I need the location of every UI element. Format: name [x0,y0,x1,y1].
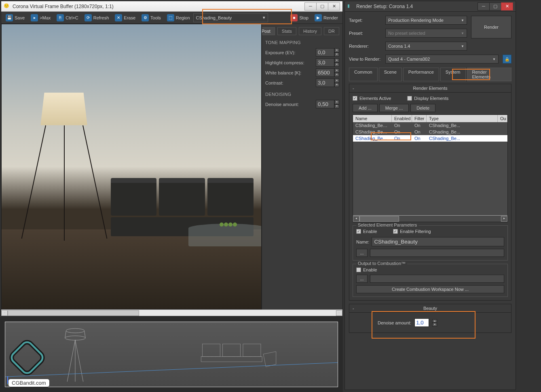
tab-history[interactable]: History [299,27,321,35]
contrast-spinner[interactable]: ▲▼ [316,78,339,87]
beauty-denoise-label: Denoise amount: [378,320,411,325]
elements-table[interactable]: Name Enabled Filter Type Ou CShading_Bea… [353,114,508,222]
refresh-icon: ⟳ [85,14,92,21]
render-button[interactable]: ▶Render [312,13,341,23]
tab-post[interactable]: Post [262,27,275,35]
chevron-down-icon: ▼ [461,44,464,48]
table-hscroll[interactable]: ◂▸ [353,215,507,222]
wb-label: White balance [K]: [265,70,313,75]
display-elements-check[interactable]: Display Elements [407,96,448,101]
vfb-side-panel: Post Stats History DR TONE MAPPING Expos… [262,24,342,309]
col-name[interactable]: Name [353,115,392,122]
denoising-title: DENOISING [265,92,339,97]
lock-icon: 🔒 [505,57,509,61]
wb-spinner[interactable]: ▲▼ [316,68,339,77]
rs-titlebar[interactable]: ▮ Render Setup: Corona 1.4 ─ ▢ ✕ [345,1,516,12]
highlight-spinner[interactable]: ▲▼ [316,58,339,67]
close-button[interactable]: ✕ [328,2,340,11]
target-dropdown[interactable]: Production Rendering Mode▼ [385,16,467,25]
vfb-toolbar: 💾Save ▸>Max ⎘Ctrl+C ⟳Refresh ✕Erase ⚙Too… [1,12,342,24]
chevron-down-icon: ▼ [492,57,496,61]
erase-button[interactable]: ✕Erase [112,13,138,23]
beauty-spinner[interactable]: ▲▼ [432,319,437,326]
close-button[interactable]: ✕ [501,2,513,11]
tab-scene[interactable]: Scene [379,68,402,81]
tab-render-elements[interactable]: Render Elements [467,68,512,81]
stop-icon: ■ [290,14,298,21]
table-row[interactable]: CShading_BeautyOnOnCShading_Be... [353,135,507,142]
combustion-enable-check[interactable]: Enable [356,267,504,272]
view-dropdown[interactable]: Quad 4 - Camera002▼ [385,55,499,64]
tab-performance[interactable]: Performance [403,68,439,81]
beauty-denoise-input[interactable] [414,318,429,327]
col-type[interactable]: Type [427,115,498,122]
combustion-path-input[interactable] [370,275,504,283]
logo-text: CGBandit.com [8,379,50,387]
element-name-input[interactable] [372,237,504,246]
tab-system[interactable]: System [440,68,466,81]
chevron-down-icon: ▾ [263,15,265,20]
exposure-label: Exposure (EV): [265,50,313,55]
col-enabled[interactable]: Enabled [392,115,412,122]
minimize-button[interactable]: ─ [304,2,317,11]
exposure-spinner[interactable]: ▲▼ [316,48,339,57]
refresh-button[interactable]: ⟳Refresh [82,13,112,23]
tools-button[interactable]: ⚙Tools [139,13,164,23]
enable-filter-check[interactable]: ✓Enable Filtering [393,229,431,234]
rollout-beauty[interactable]: -Beauty [349,304,511,313]
denoise-spinner[interactable]: ▲▼ [316,100,339,108]
preset-label: Preset: [349,31,381,36]
enable-check[interactable]: ✓Enable [356,229,377,234]
view-label: View to Render: [349,57,381,61]
maximize-button[interactable]: ▢ [316,2,328,11]
element-dropdown[interactable]: CShading_Beauty▾ [193,13,268,22]
render-viewport[interactable] [1,24,262,309]
erase-icon: ✕ [115,14,122,21]
tools-icon: ⚙ [142,14,149,21]
delete-button[interactable]: Delete [410,104,435,112]
tab-common[interactable]: Common [349,68,378,81]
stop-button[interactable]: ■Stop [287,13,311,23]
ctrlc-button[interactable]: ⎘Ctrl+C [54,13,81,23]
col-filter[interactable]: Filter [412,115,427,122]
create-combustion-button[interactable]: Create Combustion Workspace Now ... [356,285,504,293]
region-icon: ⬚ [167,14,174,21]
chevron-down-icon: ▼ [461,32,464,35]
vfb-hscroll[interactable]: ◂▸ [1,309,342,316]
browse-button[interactable]: ... [356,249,368,257]
rollout-render-elements[interactable]: -Render Elements [349,84,511,93]
renderer-dropdown[interactable]: Corona 1.4▼ [385,42,467,51]
rs-render-button[interactable]: Render [471,16,511,38]
max-icon: ▸ [31,14,38,21]
cgbandit-logo: CGBandit.com [5,335,66,387]
renderer-label: Renderer: [349,44,381,49]
collapse-icon: - [353,306,354,311]
save-icon: 💾 [6,14,13,21]
lock-button[interactable]: 🔒 [503,55,511,64]
region-button[interactable]: ⬚Region [164,13,193,23]
perspective-viewport[interactable]: CGBandit.com [0,317,343,392]
vfb-title: Corona Virtual Frame Buffer (1280x720px,… [13,4,305,9]
svg-rect-15 [9,340,44,375]
minimize-button[interactable]: ─ [478,2,490,11]
denoise-label: Denoise amount: [265,102,313,107]
tomax-button[interactable]: ▸>Max [28,13,53,23]
add-button[interactable]: Add ... [353,104,378,112]
svg-rect-16 [9,340,44,375]
table-row[interactable]: CShading_BeautyOnOnCShading_Be... [353,122,507,129]
save-button[interactable]: 💾Save [3,13,27,23]
merge-button[interactable]: Merge ... [379,104,409,112]
elements-active-check[interactable]: ✓Elements Active [353,96,391,101]
tab-dr[interactable]: DR [324,27,339,35]
path-input[interactable] [370,249,504,257]
vfb-titlebar[interactable]: 🙂 Corona Virtual Frame Buffer (1280x720p… [1,1,342,12]
col-out[interactable]: Ou [498,115,507,122]
tab-stats[interactable]: Stats [277,27,296,35]
teapot-icon: ▮ [347,3,354,10]
combustion-browse-button[interactable]: ... [356,275,368,283]
tone-mapping-title: TONE MAPPING [265,40,339,45]
preset-dropdown[interactable]: No preset selected▼ [385,29,467,38]
sel-params-legend: Selected Element Parameters [356,222,418,227]
maximize-button[interactable]: ▢ [489,2,501,11]
table-row[interactable]: CShading_BeautyOnOnCShading_Be... [353,129,507,135]
